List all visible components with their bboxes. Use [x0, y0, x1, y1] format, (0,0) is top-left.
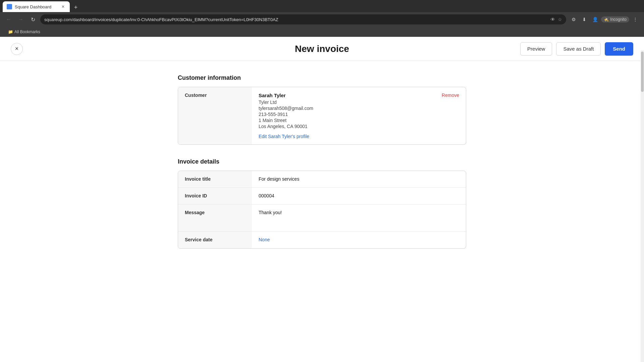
back-button[interactable]: ←	[4, 15, 13, 24]
customer-phone: 213-555-3911	[259, 112, 459, 117]
browser-nav: ← → ↻ squareup.com/dashboard/invoices/du…	[0, 12, 644, 27]
send-button[interactable]: Send	[605, 42, 633, 56]
tab-close-button[interactable]: ✕	[60, 4, 66, 9]
service-date-row: Service date None	[178, 232, 466, 248]
tab-title: Square Dashboard	[15, 4, 58, 9]
remove-customer-link[interactable]: Remove	[442, 93, 459, 98]
scroll-thumb	[641, 52, 644, 92]
invoice-message-text: Thank you!	[259, 210, 282, 215]
customer-row: Customer Sarah Tyler Tyler Ltd tylersara…	[178, 87, 466, 144]
invoice-id-value[interactable]: 000004	[252, 188, 466, 204]
eye-slash-icon: 👁	[550, 17, 555, 22]
extensions-icon[interactable]: ⚙	[569, 15, 578, 24]
invoice-section-title: Invoice details	[178, 158, 466, 165]
all-bookmarks-item[interactable]: 📁 All Bookmarks	[5, 28, 43, 36]
customer-section-title: Customer information	[178, 74, 466, 81]
invoice-id-label: Invoice ID	[178, 188, 252, 204]
invoice-title-text: For design services	[259, 176, 299, 182]
service-date-value: None	[252, 232, 466, 248]
top-bar-actions: Preview Save as Draft Send	[520, 42, 633, 56]
folder-icon: 📁	[8, 29, 13, 34]
customer-address1: 1 Main Street	[259, 118, 459, 123]
edit-profile-link[interactable]: Edit Sarah Tyler's profile	[259, 134, 309, 139]
tab-bar: Square Dashboard ✕ +	[0, 0, 644, 12]
close-button[interactable]: ×	[11, 43, 23, 55]
customer-email: tylersarah508@gmail.com	[259, 106, 459, 111]
invoice-title-value[interactable]: For design services	[252, 171, 466, 187]
customer-name: Sarah Tyler	[259, 93, 459, 98]
address-bar[interactable]: squareup.com/dashboard/invoices/duplicat…	[40, 14, 566, 24]
service-date-label: Service date	[178, 232, 252, 248]
close-icon: ×	[15, 45, 19, 52]
main-content: Customer information Customer Sarah Tyle…	[171, 61, 473, 282]
invoice-id-row: Invoice ID 000004	[178, 188, 466, 204]
active-tab[interactable]: Square Dashboard ✕	[3, 1, 70, 12]
save-draft-button[interactable]: Save as Draft	[556, 42, 601, 56]
customer-label: Customer	[178, 87, 252, 144]
customer-value: Sarah Tyler Tyler Ltd tylersarah508@gmai…	[252, 87, 466, 144]
invoice-message-label: Message	[178, 204, 252, 231]
invoice-title-row: Invoice title For design services	[178, 171, 466, 188]
customer-company: Tyler Ltd	[259, 100, 459, 105]
incognito-badge: 🕵 Incognito	[601, 16, 629, 22]
url-text: squareup.com/dashboard/invoices/duplicat…	[44, 17, 548, 22]
menu-icon[interactable]: ⋮	[631, 15, 640, 24]
incognito-icon: 🕵	[604, 17, 609, 22]
preview-button[interactable]: Preview	[520, 42, 552, 56]
reload-button[interactable]: ↻	[28, 15, 38, 24]
all-bookmarks-label: All Bookmarks	[14, 29, 40, 34]
new-tab-button[interactable]: +	[71, 3, 80, 12]
profile-icon[interactable]: 👤	[590, 15, 600, 24]
top-bar: × New invoice Preview Save as Draft Send	[0, 37, 644, 61]
address-icons: 👁 ☆	[550, 17, 562, 22]
customer-card: Customer Sarah Tyler Tyler Ltd tylersara…	[178, 87, 466, 145]
invoice-message-value[interactable]: Thank you!	[252, 204, 466, 231]
download-icon[interactable]: ⬇	[580, 15, 589, 24]
page-title: New invoice	[295, 44, 349, 54]
invoice-message-row: Message Thank you!	[178, 204, 466, 232]
invoice-card: Invoice title For design services Invoic…	[178, 171, 466, 249]
app-content: × New invoice Preview Save as Draft Send…	[0, 37, 644, 349]
invoice-id-text: 000004	[259, 193, 274, 198]
service-date-link[interactable]: None	[259, 237, 270, 242]
scroll-indicator[interactable]	[641, 50, 644, 349]
tab-favicon	[7, 4, 12, 9]
nav-right-icons: ⚙ ⬇ 👤 🕵 Incognito ⋮	[569, 15, 640, 24]
incognito-label: Incognito	[610, 17, 627, 22]
invoice-title-label: Invoice title	[178, 171, 252, 187]
bookmarks-bar: 📁 All Bookmarks	[0, 27, 644, 37]
bookmark-icon: ☆	[558, 17, 562, 22]
forward-button[interactable]: →	[16, 15, 25, 24]
customer-address2: Los Angeles, CA 90001	[259, 124, 459, 129]
